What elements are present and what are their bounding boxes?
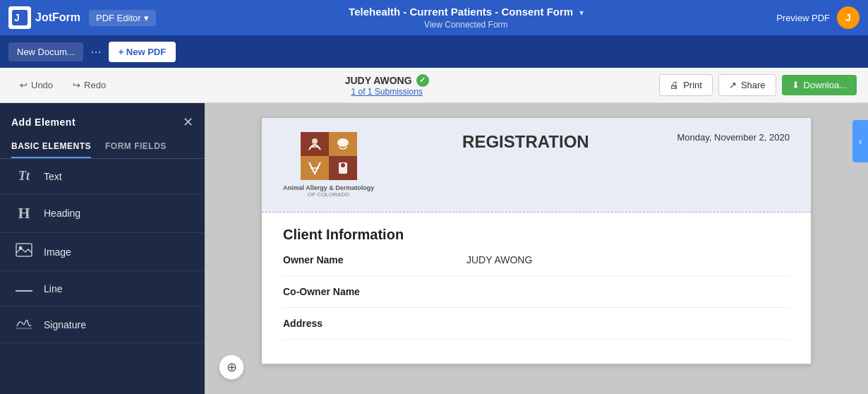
right-panel-toggle[interactable]: ‹: [852, 120, 868, 162]
section-title: Client Information: [283, 227, 790, 243]
panel-tabs: BASIC ELEMENTS FORM FIELDS: [0, 136, 205, 159]
share-icon: ↗: [729, 80, 737, 90]
field-label-coowner: Co-Owner Name: [283, 286, 466, 297]
svg-text:J: J: [14, 12, 20, 23]
view-connected-link[interactable]: View Connected Form: [156, 20, 777, 30]
table-row: Owner Name JUDY AWONG: [283, 254, 790, 276]
pdf-page: Animal Allergy & Dermatology OF COLORADO…: [261, 117, 812, 364]
canvas-area[interactable]: Animal Allergy & Dermatology OF COLORADO…: [205, 103, 868, 394]
svg-point-7: [337, 138, 349, 147]
doc-options-icon[interactable]: ⋯: [90, 45, 102, 59]
submission-name: JUDY AWONG ✓: [345, 74, 429, 87]
field-label-address: Address: [283, 318, 466, 329]
jotform-logo-icon: J: [8, 6, 31, 29]
undo-icon: ↩: [20, 80, 28, 90]
undo-button[interactable]: ↩ Undo: [11, 76, 61, 95]
panel-header: Add Element ✕: [0, 103, 205, 136]
clinic-name-line1: Animal Allergy & Dermatology: [283, 184, 374, 191]
registration-title-wrapper: REGISTRATION: [462, 132, 589, 152]
element-signature[interactable]: Signature: [0, 306, 205, 343]
redo-button[interactable]: ↪ Redo: [64, 76, 114, 95]
element-image-label: Image: [44, 246, 71, 258]
pdf-header: Animal Allergy & Dermatology OF COLORADO…: [262, 118, 811, 213]
signature-icon: [14, 316, 34, 333]
clinic-logo-area: Animal Allergy & Dermatology OF COLORADO: [283, 132, 374, 198]
close-icon[interactable]: ✕: [183, 114, 193, 130]
doc-title-chevron: ▾: [579, 8, 584, 18]
print-button[interactable]: 🖨 Print: [659, 74, 713, 96]
field-label-owner: Owner Name: [283, 254, 466, 265]
share-button[interactable]: ↗ Share: [718, 74, 776, 96]
toolbar: ↩ Undo ↪ Redo JUDY AWONG ✓ 1 of 1 Submis…: [0, 68, 868, 103]
image-icon: [14, 243, 34, 261]
pdf-editor-button[interactable]: PDF Editor ▾: [89, 10, 156, 26]
svg-point-6: [312, 138, 318, 144]
field-value-owner: JUDY AWONG: [466, 254, 532, 265]
element-heading[interactable]: H Heading: [0, 194, 205, 233]
logo-area: J JotForm: [8, 6, 80, 29]
toolbar-right: 🖨 Print ↗ Share ⬇ Downloa...: [659, 74, 857, 96]
tab-form-fields[interactable]: FORM FIELDS: [105, 136, 167, 158]
submission-info: JUDY AWONG ✓ 1 of 1 Submissions: [117, 74, 656, 97]
tab-basic-elements[interactable]: BASIC ELEMENTS: [11, 136, 91, 158]
table-row: Address: [283, 318, 790, 340]
preview-pdf-button[interactable]: Preview PDF: [776, 13, 830, 23]
line-icon: [14, 281, 34, 296]
pdf-date: Monday, November 2, 2020: [677, 132, 790, 143]
panel-title: Add Element: [11, 117, 76, 128]
new-pdf-button[interactable]: + New PDF: [109, 42, 176, 62]
top-nav: J JotForm PDF Editor ▾ Telehealth - Curr…: [0, 0, 868, 35]
zoom-button[interactable]: ⊕: [219, 354, 244, 380]
download-button[interactable]: ⬇ Downloa...: [782, 75, 857, 95]
logo-text: JotForm: [35, 11, 80, 24]
left-panel: Add Element ✕ BASIC ELEMENTS FORM FIELDS…: [0, 103, 205, 394]
chevron-left-icon: ‹: [859, 136, 862, 147]
element-signature-label: Signature: [44, 319, 86, 330]
top-nav-right: Preview PDF J: [776, 6, 860, 29]
element-text-label: Text: [44, 171, 62, 182]
print-icon: 🖨: [670, 80, 679, 90]
toolbar-center: JUDY AWONG ✓ 1 of 1 Submissions: [117, 74, 656, 97]
element-line-label: Line: [44, 283, 62, 294]
element-image[interactable]: Image: [0, 233, 205, 271]
main-content: Add Element ✕ BASIC ELEMENTS FORM FIELDS…: [0, 103, 868, 394]
submission-count[interactable]: 1 of 1 Submissions: [351, 87, 422, 97]
table-row: Co-Owner Name: [283, 286, 790, 308]
second-bar: New Docum... ⋯ + New PDF: [0, 35, 868, 68]
user-avatar[interactable]: J: [837, 6, 860, 29]
element-heading-label: Heading: [44, 208, 80, 219]
svg-point-10: [341, 163, 345, 167]
text-icon: Tt: [14, 169, 34, 184]
download-icon: ⬇: [792, 80, 800, 90]
doc-name-button[interactable]: New Docum...: [8, 42, 83, 61]
registration-title: REGISTRATION: [462, 132, 589, 152]
pdf-body: Client Information Owner Name JUDY AWONG…: [262, 213, 811, 364]
element-text[interactable]: Tt Text: [0, 159, 205, 194]
heading-icon: H: [14, 204, 34, 222]
redo-icon: ↪: [73, 80, 80, 90]
zoom-icon: ⊕: [227, 359, 237, 375]
verified-icon: ✓: [416, 74, 429, 87]
top-nav-center: Telehealth - Current Patients - Consent …: [156, 6, 777, 30]
element-line[interactable]: Line: [0, 271, 205, 306]
clinic-name-line2: OF COLORADO: [283, 191, 374, 198]
doc-title: Telehealth - Current Patients - Consent …: [156, 6, 777, 18]
